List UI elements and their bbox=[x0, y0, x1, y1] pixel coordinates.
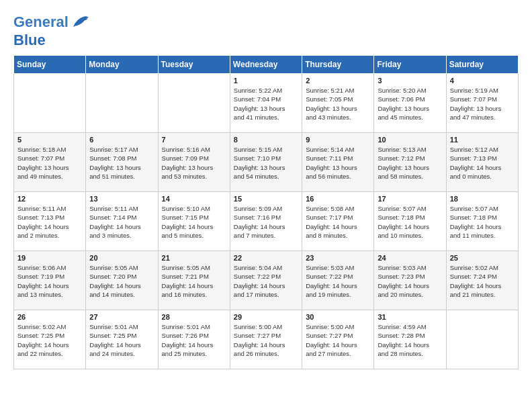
day-number: 3 bbox=[378, 77, 442, 85]
calendar-header-cell: Monday bbox=[86, 56, 158, 74]
calendar-cell: 23Sunrise: 5:03 AM Sunset: 7:22 PM Dayli… bbox=[302, 251, 374, 310]
day-number: 1 bbox=[234, 77, 298, 85]
day-info: Sunrise: 5:13 AM Sunset: 7:12 PM Dayligh… bbox=[378, 145, 442, 181]
day-number: 10 bbox=[378, 136, 442, 144]
day-number: 26 bbox=[17, 313, 82, 321]
day-number: 14 bbox=[162, 195, 226, 203]
calendar-table: SundayMondayTuesdayWednesdayThursdayFrid… bbox=[13, 55, 519, 369]
calendar-header-cell: Tuesday bbox=[158, 56, 230, 74]
calendar-cell: 17Sunrise: 5:07 AM Sunset: 7:18 PM Dayli… bbox=[374, 192, 446, 251]
calendar-cell: 27Sunrise: 5:01 AM Sunset: 7:25 PM Dayli… bbox=[86, 310, 158, 369]
day-info: Sunrise: 5:00 AM Sunset: 7:27 PM Dayligh… bbox=[306, 322, 370, 358]
day-info: Sunrise: 4:59 AM Sunset: 7:28 PM Dayligh… bbox=[378, 322, 442, 358]
calendar-week-row: 19Sunrise: 5:06 AM Sunset: 7:19 PM Dayli… bbox=[14, 251, 519, 310]
day-number: 31 bbox=[378, 313, 442, 321]
day-number: 13 bbox=[89, 195, 154, 203]
day-number: 6 bbox=[89, 136, 154, 144]
logo: General Blue bbox=[13, 13, 90, 48]
calendar-week-row: 12Sunrise: 5:11 AM Sunset: 7:13 PM Dayli… bbox=[14, 192, 519, 251]
day-info: Sunrise: 5:07 AM Sunset: 7:18 PM Dayligh… bbox=[450, 204, 515, 240]
day-number: 19 bbox=[17, 254, 82, 262]
day-info: Sunrise: 5:00 AM Sunset: 7:27 PM Dayligh… bbox=[234, 322, 298, 358]
day-info: Sunrise: 5:17 AM Sunset: 7:08 PM Dayligh… bbox=[89, 145, 154, 181]
calendar-header-cell: Sunday bbox=[14, 56, 86, 74]
day-number: 30 bbox=[306, 313, 370, 321]
day-info: Sunrise: 5:06 AM Sunset: 7:19 PM Dayligh… bbox=[17, 263, 82, 299]
day-info: Sunrise: 5:07 AM Sunset: 7:18 PM Dayligh… bbox=[378, 204, 442, 240]
day-info: Sunrise: 5:08 AM Sunset: 7:17 PM Dayligh… bbox=[306, 204, 370, 240]
day-number: 12 bbox=[17, 195, 82, 203]
calendar-header-cell: Thursday bbox=[302, 56, 374, 74]
calendar-header-cell: Wednesday bbox=[230, 56, 302, 74]
day-number: 27 bbox=[89, 313, 154, 321]
calendar-week-row: 26Sunrise: 5:02 AM Sunset: 7:25 PM Dayli… bbox=[14, 310, 519, 369]
day-info: Sunrise: 5:11 AM Sunset: 7:13 PM Dayligh… bbox=[17, 204, 82, 240]
calendar-cell: 28Sunrise: 5:01 AM Sunset: 7:26 PM Dayli… bbox=[158, 310, 230, 369]
day-number: 28 bbox=[162, 313, 226, 321]
calendar-cell: 7Sunrise: 5:16 AM Sunset: 7:09 PM Daylig… bbox=[158, 133, 230, 192]
calendar-cell: 26Sunrise: 5:02 AM Sunset: 7:25 PM Dayli… bbox=[14, 310, 86, 369]
day-info: Sunrise: 5:11 AM Sunset: 7:14 PM Dayligh… bbox=[89, 204, 154, 240]
calendar-cell: 1Sunrise: 5:22 AM Sunset: 7:04 PM Daylig… bbox=[230, 74, 302, 133]
day-info: Sunrise: 5:14 AM Sunset: 7:11 PM Dayligh… bbox=[306, 145, 370, 181]
day-info: Sunrise: 5:03 AM Sunset: 7:23 PM Dayligh… bbox=[378, 263, 442, 299]
day-info: Sunrise: 5:10 AM Sunset: 7:15 PM Dayligh… bbox=[162, 204, 226, 240]
calendar-header-cell: Saturday bbox=[446, 56, 518, 74]
day-number: 8 bbox=[234, 136, 298, 144]
page-header: General Blue bbox=[13, 13, 519, 48]
calendar-cell: 15Sunrise: 5:09 AM Sunset: 7:16 PM Dayli… bbox=[230, 192, 302, 251]
day-number: 15 bbox=[234, 195, 298, 203]
day-number: 21 bbox=[162, 254, 226, 262]
day-info: Sunrise: 5:04 AM Sunset: 7:22 PM Dayligh… bbox=[234, 263, 298, 299]
calendar-cell: 12Sunrise: 5:11 AM Sunset: 7:13 PM Dayli… bbox=[14, 192, 86, 251]
day-number: 25 bbox=[450, 254, 515, 262]
day-number: 20 bbox=[89, 254, 154, 262]
logo-text: General Blue bbox=[13, 13, 90, 48]
day-info: Sunrise: 5:03 AM Sunset: 7:22 PM Dayligh… bbox=[306, 263, 370, 299]
calendar-cell: 3Sunrise: 5:20 AM Sunset: 7:06 PM Daylig… bbox=[374, 74, 446, 133]
day-info: Sunrise: 5:19 AM Sunset: 7:07 PM Dayligh… bbox=[450, 86, 515, 122]
day-info: Sunrise: 5:05 AM Sunset: 7:21 PM Dayligh… bbox=[162, 263, 226, 299]
day-info: Sunrise: 5:16 AM Sunset: 7:09 PM Dayligh… bbox=[162, 145, 226, 181]
calendar-cell bbox=[158, 74, 230, 133]
day-info: Sunrise: 5:02 AM Sunset: 7:24 PM Dayligh… bbox=[450, 263, 515, 299]
calendar-cell: 30Sunrise: 5:00 AM Sunset: 7:27 PM Dayli… bbox=[302, 310, 374, 369]
calendar-cell: 14Sunrise: 5:10 AM Sunset: 7:15 PM Dayli… bbox=[158, 192, 230, 251]
calendar-cell bbox=[14, 74, 86, 133]
calendar-cell: 6Sunrise: 5:17 AM Sunset: 7:08 PM Daylig… bbox=[86, 133, 158, 192]
day-info: Sunrise: 5:20 AM Sunset: 7:06 PM Dayligh… bbox=[378, 86, 442, 122]
day-number: 23 bbox=[306, 254, 370, 262]
day-info: Sunrise: 5:21 AM Sunset: 7:05 PM Dayligh… bbox=[306, 86, 370, 122]
day-number: 29 bbox=[234, 313, 298, 321]
calendar-header-cell: Friday bbox=[374, 56, 446, 74]
day-number: 24 bbox=[378, 254, 442, 262]
day-info: Sunrise: 5:01 AM Sunset: 7:25 PM Dayligh… bbox=[89, 322, 154, 358]
calendar-cell bbox=[446, 310, 518, 369]
calendar-cell: 11Sunrise: 5:12 AM Sunset: 7:13 PM Dayli… bbox=[446, 133, 518, 192]
calendar-week-row: 1Sunrise: 5:22 AM Sunset: 7:04 PM Daylig… bbox=[14, 74, 519, 133]
day-number: 5 bbox=[17, 136, 82, 144]
day-number: 17 bbox=[378, 195, 442, 203]
calendar-header-row: SundayMondayTuesdayWednesdayThursdayFrid… bbox=[14, 56, 519, 74]
calendar-cell: 24Sunrise: 5:03 AM Sunset: 7:23 PM Dayli… bbox=[374, 251, 446, 310]
calendar-cell: 8Sunrise: 5:15 AM Sunset: 7:10 PM Daylig… bbox=[230, 133, 302, 192]
day-info: Sunrise: 5:22 AM Sunset: 7:04 PM Dayligh… bbox=[234, 86, 298, 122]
day-info: Sunrise: 5:09 AM Sunset: 7:16 PM Dayligh… bbox=[234, 204, 298, 240]
day-number: 7 bbox=[162, 136, 226, 144]
calendar-cell: 22Sunrise: 5:04 AM Sunset: 7:22 PM Dayli… bbox=[230, 251, 302, 310]
day-info: Sunrise: 5:15 AM Sunset: 7:10 PM Dayligh… bbox=[234, 145, 298, 181]
calendar-cell: 20Sunrise: 5:05 AM Sunset: 7:20 PM Dayli… bbox=[86, 251, 158, 310]
calendar-cell: 13Sunrise: 5:11 AM Sunset: 7:14 PM Dayli… bbox=[86, 192, 158, 251]
calendar-cell: 31Sunrise: 4:59 AM Sunset: 7:28 PM Dayli… bbox=[374, 310, 446, 369]
calendar-cell: 29Sunrise: 5:00 AM Sunset: 7:27 PM Dayli… bbox=[230, 310, 302, 369]
calendar-cell: 4Sunrise: 5:19 AM Sunset: 7:07 PM Daylig… bbox=[446, 74, 518, 133]
calendar-cell: 25Sunrise: 5:02 AM Sunset: 7:24 PM Dayli… bbox=[446, 251, 518, 310]
calendar-cell: 16Sunrise: 5:08 AM Sunset: 7:17 PM Dayli… bbox=[302, 192, 374, 251]
calendar-cell: 18Sunrise: 5:07 AM Sunset: 7:18 PM Dayli… bbox=[446, 192, 518, 251]
day-number: 16 bbox=[306, 195, 370, 203]
day-number: 4 bbox=[450, 77, 515, 85]
day-info: Sunrise: 5:02 AM Sunset: 7:25 PM Dayligh… bbox=[17, 322, 82, 358]
calendar-cell: 9Sunrise: 5:14 AM Sunset: 7:11 PM Daylig… bbox=[302, 133, 374, 192]
day-info: Sunrise: 5:01 AM Sunset: 7:26 PM Dayligh… bbox=[162, 322, 226, 358]
day-number: 9 bbox=[306, 136, 370, 144]
